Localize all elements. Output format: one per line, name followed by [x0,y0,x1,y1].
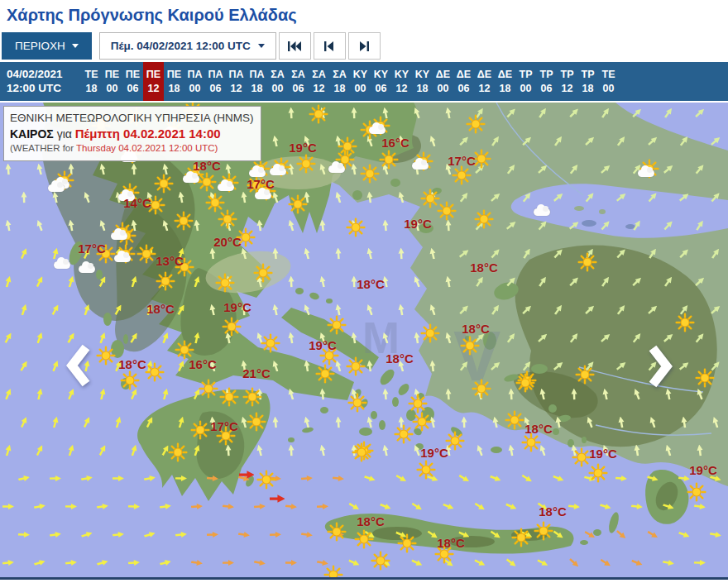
timeline-step[interactable]: ΔΕ00 [433,62,453,101]
toolbar: ΠΕΡΙΟΧΗ Πέμ. 04/02/2021 12:00 UTC [2,32,728,60]
step-hour: 06 [210,83,222,94]
step-forward-icon [359,41,369,51]
step-hour: 00 [438,83,449,94]
step-hour: 06 [293,83,304,94]
step-hour: 00 [107,83,118,94]
timeline-step[interactable]: ΠΑ12 [226,62,247,101]
step-day: ΠΕ [167,69,181,80]
step-day: ΠΑ [249,69,264,80]
timeline-step[interactable]: ΚΥ12 [391,62,412,101]
timeline-step[interactable]: ΣΑ18 [329,62,350,101]
step-day: ΠΑ [208,69,223,80]
timeline-step[interactable]: ΔΕ18 [495,62,515,101]
step-hour: 18 [417,83,429,94]
step-hour: 18 [169,83,180,94]
chevron-right-icon [646,343,674,389]
timeline-step[interactable]: ΣΑ00 [267,62,288,101]
step-hour: 06 [458,83,470,94]
lake [582,220,596,227]
step-day: ΣΑ [271,69,285,80]
step-day: ΣΑ [312,69,326,80]
step-day: ΠΑ [228,69,243,80]
forecast-map[interactable]: ΕΘΝΙΚΗ ΜΕΤΕΩΡΟΛΟΓΙΚΗ ΥΠΗΡΕΣΙΑ (HNMS) ΚΑΙ… [0,103,728,580]
step-day: ΚΥ [374,69,388,80]
plain-macedonia [255,156,341,189]
step-day: ΠΕ [146,69,160,80]
step-day: ΤΡ [520,69,533,80]
skip-start-icon [288,41,301,51]
timeline-step[interactable]: ΠΕ00 [102,62,122,101]
step-hour: 18 [86,83,98,94]
timeline-step[interactable]: ΠΕ12 [143,62,164,101]
map-bottom-border [0,577,728,580]
timeline-step[interactable]: ΠΑ00 [184,62,205,101]
timeline-step[interactable]: ΣΑ06 [288,62,309,101]
datetime-dropdown[interactable]: Πέμ. 04/02/2021 12:00 UTC [99,32,276,60]
step-hour: 12 [231,83,242,94]
timeline-step[interactable]: ΚΥ06 [371,62,391,101]
step-day: ΤΡ [540,69,553,80]
step-day: ΤΡ [582,69,595,80]
step-day: ΠΕ [105,69,119,80]
timeline-step[interactable]: ΤΕ18 [81,62,102,101]
step-hour: 12 [396,83,408,94]
step-day: ΠΕ [126,69,140,80]
selected-step-label: 04/02/2021 12:00 UTC [0,62,81,101]
forecast-datetime-line-en: (WEATHER for Thursday 04.02.2021 12:00 U… [10,142,253,155]
step-day: ΤΕ [85,69,98,80]
timeline-step[interactable]: ΠΕ18 [164,62,184,101]
timeline-step[interactable]: ΣΑ12 [309,62,329,101]
step-day: ΣΑ [333,69,347,80]
next-map-arrow[interactable] [646,343,674,393]
step-hour: 00 [603,83,615,94]
step-hour: 12 [148,83,160,94]
step-day: ΤΕ [602,69,615,80]
timeline-bar: 04/02/2021 12:00 UTC ΤΕ18ΠΕ00ΠΕ06ΠΕ12ΠΕ1… [0,62,728,101]
step-day: ΔΕ [477,69,491,80]
forecast-datetime-line: ΚΑΙΡΟΣ για Πέμπτη 04.02.2021 14:00 [10,126,253,142]
step-hour: 12 [562,83,573,94]
step-hour: 12 [479,83,491,94]
chevron-down-icon [72,44,79,48]
step-hour: 06 [376,83,387,94]
region-label: ΠΕΡΙΟΧΗ [15,40,65,52]
timeline-step[interactable]: ΔΕ06 [453,62,474,101]
step-day: ΚΥ [395,69,409,80]
step-forward-button[interactable] [348,32,381,60]
timeline-steps: ΤΕ18ΠΕ00ΠΕ06ΠΕ12ΠΕ18ΠΑ00ΠΑ06ΠΑ12ΠΑ18ΣΑ00… [81,62,619,101]
map-info-box: ΕΘΝΙΚΗ ΜΕΤΕΩΡΟΛΟΓΙΚΗ ΥΠΗΡΕΣΙΑ (HNMS) ΚΑΙ… [3,106,261,161]
map-base-layer [0,103,728,580]
timeline-step[interactable]: ΤΡ18 [577,62,598,101]
step-hour: 06 [127,83,139,94]
step-hour: 18 [251,83,263,94]
timeline-step[interactable]: ΠΕ06 [122,62,143,101]
lake [625,224,635,229]
step-hour: 00 [520,83,532,94]
timeline-step[interactable]: ΔΕ12 [474,62,495,101]
step-day: ΤΡ [561,69,574,80]
chevron-down-icon [258,44,265,48]
step-hour: 00 [272,83,284,94]
timeline-step[interactable]: ΤΕ00 [598,62,619,101]
region-dropdown-button[interactable]: ΠΕΡΙΟΧΗ [2,32,92,60]
step-hour: 06 [541,83,553,94]
timeline-step[interactable]: ΤΡ12 [557,62,577,101]
timeline-step[interactable]: ΠΑ06 [205,62,226,101]
skip-to-start-button[interactable] [279,32,311,60]
step-hour: 00 [355,83,366,94]
timeline-step[interactable]: ΤΡ00 [515,62,536,101]
step-back-button[interactable] [314,32,346,60]
weather-forecast-page: Χάρτης Πρόγνωσης Καιρού Ελλάδας ΠΕΡΙΟΧΗ … [0,6,728,583]
datetime-label: Πέμ. 04/02/2021 12:00 UTC [111,40,251,52]
step-day: ΚΥ [353,69,367,80]
step-day: ΠΑ [187,69,202,80]
previous-map-arrow[interactable] [65,342,93,392]
agency-name: ΕΘΝΙΚΗ ΜΕΤΕΩΡΟΛΟΓΙΚΗ ΥΠΗΡΕΣΙΑ (HNMS) [10,111,253,126]
timeline-step[interactable]: ΚΥ00 [350,62,371,101]
timeline-step[interactable]: ΠΑ18 [247,62,267,101]
step-day: ΣΑ [291,69,305,80]
step-day: ΚΥ [415,69,429,80]
step-hour: 18 [500,83,511,94]
timeline-step[interactable]: ΚΥ18 [412,62,433,101]
timeline-step[interactable]: ΤΡ06 [536,62,557,101]
